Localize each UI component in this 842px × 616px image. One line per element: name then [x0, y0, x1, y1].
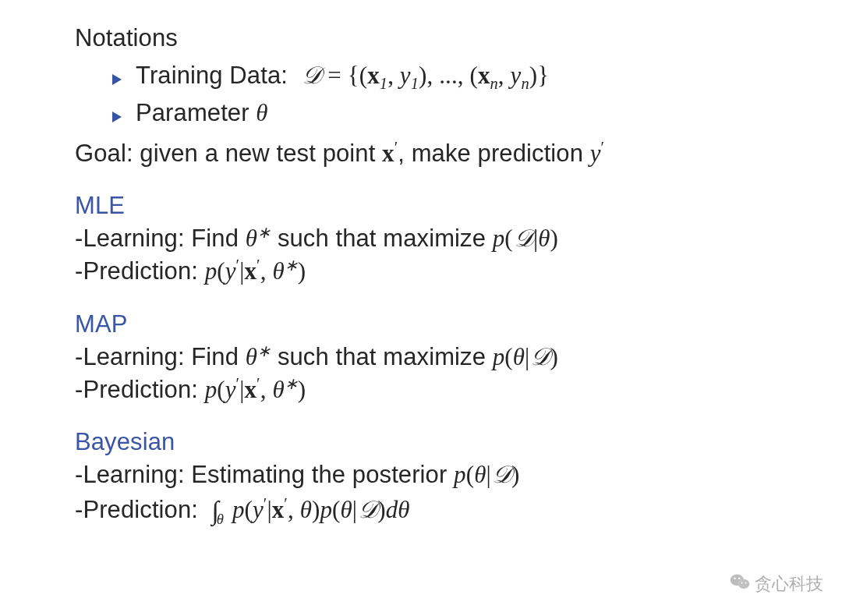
mle-heading: MLE: [75, 189, 767, 222]
bayesian-heading: Bayesian: [75, 426, 767, 458]
svg-point-4: [738, 577, 740, 579]
watermark-text: 贪心科技: [755, 572, 823, 596]
goal-line: Goal: given a new test point x′, make pr…: [75, 137, 767, 170]
svg-point-5: [741, 582, 743, 584]
list-item: Parameter θ: [112, 97, 767, 129]
triangle-bullet-icon: [112, 112, 122, 122]
bayesian-learning: -Learning: Estimating the posterior p(θ|…: [75, 458, 767, 491]
parameter-line: Parameter θ: [136, 97, 268, 129]
slide-content: Notations Training Data: 𝒟 = {(x1, y1), …: [0, 0, 842, 543]
map-learning: -Learning: Find θ∗ such that maximize p(…: [75, 341, 767, 373]
list-item: Training Data: 𝒟 = {(x1, y1), ..., (xn, …: [112, 59, 767, 92]
mle-learning: -Learning: Find θ∗ such that maximize p(…: [75, 222, 767, 255]
triangle-bullet-icon: [112, 74, 122, 85]
map-prediction: -Prediction: p(y′|x′, θ∗): [75, 373, 767, 406]
notations-heading: Notations: [75, 22, 767, 55]
svg-point-3: [734, 577, 735, 579]
bayesian-prediction: -Prediction: ∫θ p(y′|x′, θ)p(θ|𝒟)dθ: [75, 491, 767, 527]
watermark: 贪心科技: [730, 572, 823, 596]
training-data-line: Training Data: 𝒟 = {(x1, y1), ..., (xn, …: [136, 59, 549, 92]
wechat-icon: [730, 573, 750, 595]
mle-prediction: -Prediction: p(y′|x′, θ∗): [75, 255, 767, 288]
notations-list: Training Data: 𝒟 = {(x1, y1), ..., (xn, …: [75, 59, 767, 129]
svg-point-2: [738, 579, 749, 589]
map-heading: MAP: [75, 308, 767, 341]
svg-point-6: [745, 582, 747, 584]
